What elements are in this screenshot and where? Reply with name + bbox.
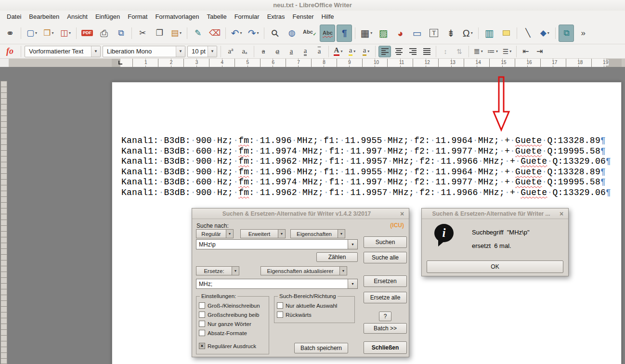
insert-image-icon[interactable]: ▨	[376, 25, 391, 42]
chevron-down-icon[interactable]: ▼	[226, 230, 233, 238]
find-toolbar-binoculars-icon[interactable]: ⚭	[2, 25, 18, 42]
close-button[interactable]: Schließen	[364, 341, 407, 354]
checkbox-gro-schreibung-beib[interactable]: Großschreibung beib	[199, 310, 266, 319]
batch-button[interactable]: Batch >>	[364, 323, 407, 334]
close-icon[interactable]: ×	[558, 210, 565, 217]
checkbox-absatz-formate[interactable]: Absatz-Formate	[199, 328, 266, 338]
chevron-down-icon[interactable]: ▼	[278, 230, 285, 238]
chevron-down-icon[interactable]: ▼	[176, 46, 185, 57]
menu-formatvorlagen[interactable]: Formatvorlagen	[151, 12, 203, 22]
result-dialog-titlebar[interactable]: Suchen & Ersetzen-Alternative für Writer…	[422, 208, 568, 219]
font-name-combo[interactable]: Liberation Mono ▼	[103, 46, 185, 57]
bullet-list-icon[interactable]: ≣▾	[472, 46, 484, 57]
open-icon[interactable]: ❒▾	[41, 25, 56, 42]
spellcheck-icon[interactable]: Abc	[301, 25, 318, 42]
tab-stop-marker[interactable]	[118, 61, 122, 65]
checkbox-nur-ganze-w-rter[interactable]: Nur ganze Wörter	[199, 319, 266, 328]
search-all-button[interactable]: Suche alle	[364, 252, 407, 263]
align-center-icon[interactable]	[392, 46, 405, 57]
chevron-down-icon[interactable]: ▼	[339, 267, 347, 275]
export-pdf-icon[interactable]: PDF	[79, 25, 95, 42]
basic-shapes-icon[interactable]: ◆▾	[537, 25, 552, 42]
insert-pagebreak-icon[interactable]: ⇟	[443, 25, 458, 42]
insert-chart-icon[interactable]: ◕	[392, 25, 408, 42]
menu-ansicht[interactable]: Ansicht	[63, 12, 91, 22]
new-document-icon[interactable]: ▢▾	[24, 25, 39, 42]
paragraph-spacing-icon[interactable]: ⇅	[453, 46, 466, 57]
superscript-icon[interactable]: aª	[224, 46, 237, 57]
outline-list-icon[interactable]: ☰▾	[501, 46, 513, 57]
align-justify-icon[interactable]	[420, 46, 433, 57]
chevron-down-icon[interactable]: ▼	[208, 46, 217, 57]
properties-update-dropdown[interactable]: Eigenschaften aktualisierer ▼	[260, 266, 347, 275]
align-right-icon[interactable]	[406, 46, 419, 57]
font-size-combo[interactable]: 10 pt ▼	[187, 46, 217, 57]
insert-section-icon[interactable]: ▥	[482, 25, 497, 42]
checkbox-gro-kleinschreibun[interactable]: Groß-/Kleinschreibun	[199, 301, 266, 310]
paragraph-style-combo[interactable]: Vorformatierter Text ▼	[25, 46, 101, 57]
help-button[interactable]: ?	[379, 312, 391, 321]
menu-extras[interactable]: Extras	[263, 12, 289, 22]
toolbar-overflow-icon[interactable]: »	[575, 25, 591, 42]
highlight-color-icon[interactable]: a▾	[346, 46, 358, 57]
document-text[interactable]: Kanal1:·B3dB:·900·Hz;·fm:·11.996·MHz;·f1…	[121, 136, 610, 198]
special-character-icon[interactable]: Ω▾	[460, 25, 475, 42]
search-input[interactable]	[196, 240, 348, 249]
checkbox-unchecked-icon[interactable]	[277, 302, 283, 309]
properties-dropdown[interactable]: Eigenschaften ▼	[290, 229, 345, 238]
save-icon[interactable]: ◫▾	[58, 25, 73, 42]
menu-format[interactable]: Format	[124, 12, 151, 22]
checkbox-nur-aktuelle-auswahl[interactable]: Nur aktuelle Auswahl	[277, 301, 352, 310]
insert-textbox-icon[interactable]: T	[426, 25, 442, 42]
cut-icon[interactable]: ✂	[135, 25, 150, 42]
align-left-icon[interactable]	[378, 46, 391, 57]
menu-bearbeiten[interactable]: Bearbeiten	[25, 12, 63, 22]
menu-formular[interactable]: Formular	[231, 12, 263, 22]
overline-icon[interactable]: a	[313, 46, 326, 57]
regular-dropdown[interactable]: Regulär ▼	[196, 229, 234, 238]
checkbox-unchecked-icon[interactable]	[199, 312, 205, 318]
menu-einf-gen[interactable]: Einfügen	[91, 12, 124, 22]
clear-formatting-icon[interactable]: ⌫	[207, 25, 222, 42]
insert-textframe-icon[interactable]: ▭	[409, 25, 425, 42]
insert-line-icon[interactable]: ╲	[520, 25, 535, 42]
show-draw-functions-icon[interactable]: ⧉	[559, 25, 574, 42]
checkbox-unchecked-icon[interactable]	[277, 312, 283, 318]
redo-icon[interactable]: ↷▾	[246, 25, 261, 42]
checkbox-unchecked-icon[interactable]	[199, 302, 205, 309]
search-button[interactable]: Suchen	[364, 236, 407, 248]
chevron-down-icon[interactable]: ▼	[91, 46, 100, 57]
auto-spellcheck-icon[interactable]: Abc	[320, 25, 335, 42]
extended-dropdown[interactable]: Erweitert ▼	[240, 229, 286, 238]
menu-fenster[interactable]: Fenster	[289, 12, 318, 22]
font-color-icon[interactable]: A▾	[332, 46, 344, 57]
chevron-down-icon[interactable]: ▼	[232, 267, 239, 275]
chevron-down-icon[interactable]: ▼	[348, 240, 357, 249]
checkbox-unchecked-icon[interactable]	[199, 330, 205, 336]
close-icon[interactable]: ×	[398, 210, 406, 217]
undo-icon[interactable]: ↶▾	[229, 25, 244, 42]
underline-icon[interactable]: a	[285, 46, 298, 57]
double-underline-icon[interactable]: a	[299, 46, 312, 57]
print-icon[interactable]: ⎙	[96, 25, 112, 42]
line-spacing-icon[interactable]: ↕	[439, 46, 452, 57]
checkbox-unchecked-icon[interactable]	[199, 321, 205, 327]
ok-button[interactable]: OK	[427, 260, 563, 273]
paste-icon[interactable]: ▤▾	[169, 25, 184, 42]
batch-save-button[interactable]: Batch speichern	[294, 343, 348, 353]
checkbox-checked-icon[interactable]: ×	[199, 343, 205, 349]
replace-input[interactable]	[196, 279, 348, 288]
decrease-indent-icon[interactable]: ⇤	[520, 46, 532, 57]
print-preview-icon[interactable]: ⧉	[113, 25, 129, 42]
menu-hilfe[interactable]: Hilfe	[318, 12, 338, 22]
spelling-dialog-icon[interactable]: ◍	[284, 25, 299, 42]
chevron-down-icon[interactable]: ▼	[348, 279, 357, 288]
insert-table-icon[interactable]: ▦▾	[358, 25, 374, 42]
menu-tabelle[interactable]: Tabelle	[203, 12, 230, 22]
search-replace-dialog-titlebar[interactable]: Suchen & Ersetzen-Alternative für Writer…	[192, 208, 409, 219]
find-replace-icon[interactable]: ⚲	[267, 25, 283, 42]
replace-button[interactable]: Ersetzen	[364, 275, 407, 287]
replace-dropdown[interactable]: Ersetze: ▼	[196, 266, 239, 275]
count-button[interactable]: Zählen	[316, 252, 358, 262]
increase-indent-icon[interactable]: ⇥	[534, 46, 546, 57]
